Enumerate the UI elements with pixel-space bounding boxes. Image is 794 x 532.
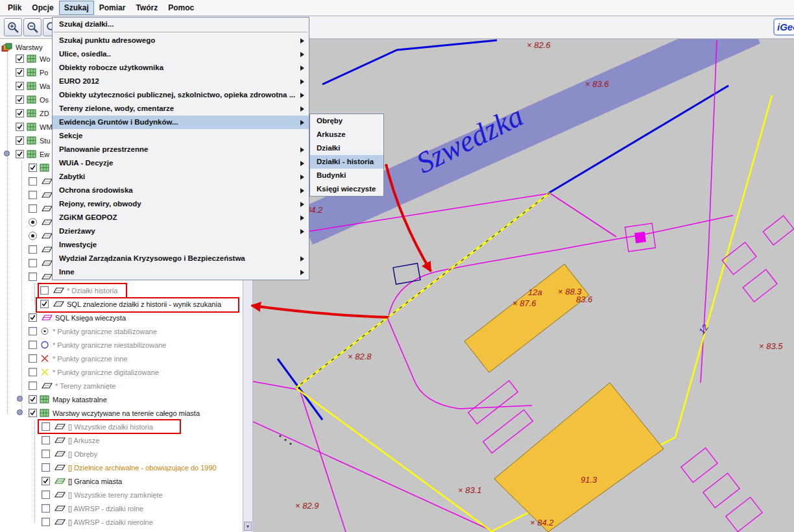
menu-item[interactable]: Budynki: [310, 169, 383, 182]
tree-row[interactable]: ZD: [16, 106, 49, 120]
tree-row[interactable]: * Punkty graniczne digitalizowane: [29, 365, 159, 379]
tree-row[interactable]: [29, 161, 53, 175]
tree-row[interactable]: * Punkty graniczne inne: [29, 352, 128, 365]
layer-checkbox-checked[interactable]: [16, 136, 24, 145]
layer-checkbox-checked[interactable]: [16, 68, 24, 77]
tree-row[interactable]: [] Wszystkie tereny zamknięte: [42, 488, 163, 502]
menubar-item-twórz[interactable]: Twórz: [130, 1, 163, 15]
tree-row[interactable]: Wa: [16, 79, 50, 93]
tree-row[interactable]: SQL znalezione działki z historii - wyni…: [40, 297, 221, 311]
layer-checkbox-checked[interactable]: [40, 300, 49, 308]
menubar-item-opcje[interactable]: Opcje: [27, 1, 58, 15]
tree-row[interactable]: Stu: [16, 134, 51, 147]
zoom-out-button[interactable]: [23, 18, 42, 36]
tree-row[interactable]: [] AWRSP - działki nierolne: [42, 515, 153, 529]
layer-checkbox-checked[interactable]: [16, 123, 24, 131]
zoom-in-button[interactable]: [4, 18, 22, 36]
menubar-item-pomiar[interactable]: Pomiar: [94, 1, 131, 15]
menu-item[interactable]: Sekcje: [53, 129, 309, 143]
tree-row[interactable]: [29, 243, 55, 256]
layer-checkbox-unchecked[interactable]: [42, 436, 50, 444]
tree-row[interactable]: [] Arkusze: [42, 433, 99, 447]
map-canvas[interactable]: Szwedzka × 82.6× 83.684.2× 87.6× 88.383.…: [253, 39, 794, 532]
tree-row[interactable]: [] Granica miasta: [42, 474, 122, 488]
scroll-down-button[interactable]: ▼: [244, 522, 252, 531]
menubar-item-szukaj[interactable]: Szukaj: [59, 1, 94, 15]
tree-row[interactable]: [29, 175, 55, 188]
layer-checkbox-unchecked[interactable]: [29, 341, 37, 349]
menu-item[interactable]: Ochrona środowiska: [53, 184, 309, 197]
menubar-item-pomoc[interactable]: Pomoc: [163, 1, 199, 15]
map-viewport[interactable]: Szwedzka × 82.6× 83.684.2× 87.6× 88.383.…: [253, 39, 794, 532]
layer-checkbox-unchecked[interactable]: [29, 245, 37, 254]
tree-expand-handle[interactable]: [17, 396, 23, 402]
tree-row[interactable]: WM: [16, 120, 53, 134]
tree-row[interactable]: [] Wszystkie działki historia: [42, 420, 153, 433]
menu-item[interactable]: Szukaj punktu adresowego: [53, 34, 309, 47]
tree-row[interactable]: * Działki historia: [40, 284, 117, 297]
tree-row[interactable]: * Punkty graniczne stabilizowane: [29, 324, 157, 338]
menu-item[interactable]: Działki: [310, 141, 383, 155]
tree-row[interactable]: * Punkty graniczne niestabilizowane: [29, 338, 167, 352]
layer-checkbox-unchecked[interactable]: [29, 204, 37, 213]
menu-item[interactable]: Arkusze: [310, 128, 383, 141]
tree-row[interactable]: * Tereny zamknięte: [29, 379, 115, 393]
menu-item[interactable]: Tereny zielone, wody, cmentarze: [53, 102, 309, 115]
menu-item[interactable]: Rejony, rewiry, obwody: [53, 197, 309, 211]
layer-checkbox-checked[interactable]: [16, 109, 24, 117]
layer-checkbox-unchecked[interactable]: [29, 191, 37, 199]
menu-item[interactable]: Planowanie przestrzenne: [53, 143, 309, 156]
layer-checkbox-unchecked[interactable]: [29, 368, 37, 376]
layer-checkbox-checked[interactable]: [29, 313, 37, 322]
layer-checkbox-checked[interactable]: [16, 95, 24, 104]
layer-checkbox-unchecked[interactable]: [42, 504, 50, 513]
tree-row[interactable]: [29, 188, 55, 202]
layer-checkbox-unchecked[interactable]: [42, 422, 50, 431]
layer-checkbox-checked[interactable]: [16, 54, 24, 63]
tree-expand-handle[interactable]: [17, 409, 23, 415]
tree-expand-handle[interactable]: [4, 151, 10, 156]
layer-checkbox-unchecked[interactable]: [42, 450, 50, 458]
layer-checkbox-checked[interactable]: [16, 82, 24, 90]
menu-item[interactable]: Inwestycje: [53, 238, 309, 252]
menu-item[interactable]: Wydział Zarządzania Kryzysowego i Bezpie…: [53, 252, 309, 265]
tree-row[interactable]: Wo: [16, 52, 50, 66]
tree-row[interactable]: [29, 256, 55, 270]
layer-checkbox-unchecked[interactable]: [29, 381, 37, 390]
menu-item[interactable]: Szukaj działki...: [53, 18, 309, 31]
menu-item[interactable]: WUiA - Decyzje: [53, 156, 309, 170]
menubar-item-plik[interactable]: Plik: [3, 1, 27, 15]
tree-row[interactable]: [] Obręby: [42, 447, 97, 461]
tree-row[interactable]: Ew: [16, 147, 49, 161]
layer-checkbox-unchecked[interactable]: [29, 177, 37, 186]
tree-row[interactable]: [29, 215, 55, 229]
layer-checkbox-unchecked[interactable]: [42, 518, 50, 526]
layer-checkbox-unchecked[interactable]: [40, 286, 49, 295]
tree-row[interactable]: Warstwy wczytywane na terenie całego mia…: [29, 406, 200, 420]
brand-logo[interactable]: iGeo: [773, 18, 794, 36]
layer-checkbox-unchecked[interactable]: [29, 327, 37, 335]
layer-radio-selected[interactable]: [29, 218, 37, 226]
tree-row[interactable]: Os: [16, 93, 49, 106]
layer-checkbox-checked[interactable]: [29, 395, 37, 404]
tree-row[interactable]: [29, 270, 55, 284]
menu-item[interactable]: Inne: [53, 265, 309, 279]
menu-item[interactable]: Ewidencja Gruntów i Budynków...: [53, 115, 309, 129]
menu-item[interactable]: ZGiKM GEOPOZ: [53, 211, 309, 224]
menu-item[interactable]: Księgi wieczyste: [310, 182, 383, 196]
tree-row[interactable]: [] AWRSP - działki rolne: [42, 502, 143, 515]
tree-row[interactable]: [29, 202, 55, 215]
layer-checkbox-unchecked[interactable]: [29, 272, 37, 281]
menu-item[interactable]: Dzierżawy: [53, 224, 309, 238]
layer-checkbox-unchecked[interactable]: [42, 490, 50, 499]
tree-row[interactable]: [29, 229, 55, 243]
menu-item[interactable]: Ulice, osiedla..: [53, 47, 309, 61]
layer-checkbox-checked[interactable]: [29, 409, 37, 417]
menu-item[interactable]: Obiekty użyteczności publicznej, szkolni…: [53, 88, 309, 102]
tree-row[interactable]: SQL Księga wieczysta: [29, 311, 126, 324]
layer-radio-selected[interactable]: [29, 232, 37, 240]
layer-checkbox-unchecked[interactable]: [29, 259, 37, 267]
layer-checkbox-unchecked[interactable]: [29, 354, 37, 363]
tree-row[interactable]: Po: [16, 66, 48, 79]
menu-item[interactable]: EURO 2012: [53, 75, 309, 88]
